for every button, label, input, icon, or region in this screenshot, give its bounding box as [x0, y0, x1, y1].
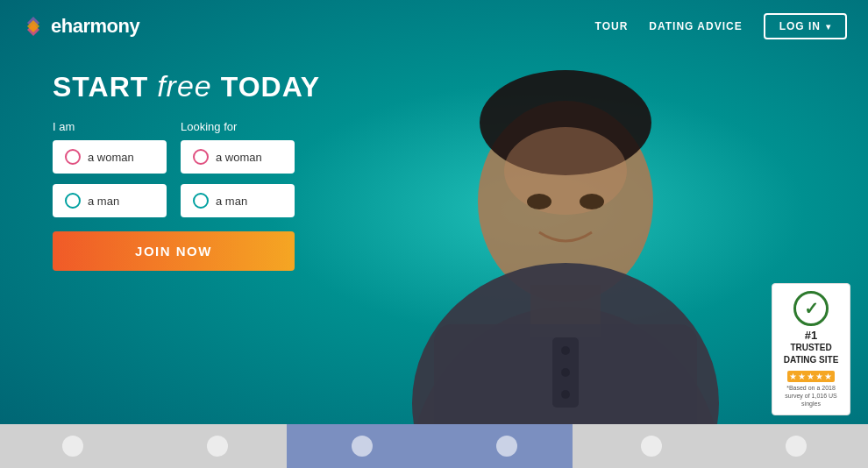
form-labels: I am Looking for [53, 120, 351, 133]
looking-for-label: Looking for [181, 120, 295, 133]
i-am-woman-radio[interactable] [65, 149, 81, 165]
headline-free: free [157, 69, 212, 103]
nav-right: TOUR DATING ADVICE LOG IN ▾ [595, 13, 847, 39]
chevron-down-icon: ▾ [826, 22, 831, 32]
looking-for-woman-radio[interactable] [193, 149, 209, 165]
headline: START free TODAY [53, 70, 351, 103]
page-wrapper: eharmony TOUR DATING ADVICE LOG IN ▾ STA… [0, 0, 868, 468]
badge-title-line1: TRUSTED [778, 343, 844, 353]
svg-point-12 [561, 390, 570, 399]
i-am-label: I am [53, 120, 167, 133]
looking-for-man-option[interactable]: a man [181, 184, 295, 217]
logo-icon [21, 14, 46, 39]
woman-row: a woman a woman [53, 140, 351, 174]
i-am-man-option[interactable]: a man [53, 184, 167, 217]
bottom-dot-2 [207, 436, 228, 457]
badge-stars: ★★★★★ [787, 371, 835, 382]
looking-for-man-radio[interactable] [193, 193, 209, 209]
logo-text: eharmony [51, 15, 139, 38]
tour-link[interactable]: TOUR [595, 20, 629, 32]
bottom-dot-6 [786, 436, 807, 457]
svg-point-7 [527, 194, 551, 209]
badge-checkmark-icon: ✓ [793, 291, 829, 326]
badge-title-line2: DATING SITE [778, 355, 844, 365]
dating-advice-link[interactable]: DATING ADVICE [649, 20, 742, 32]
signup-form: I am Looking for a woman a woman a man [53, 120, 351, 271]
bottom-dot-5 [641, 436, 662, 457]
badge-number: #1 [778, 330, 844, 341]
bottom-bar [0, 424, 868, 468]
login-button[interactable]: LOG IN ▾ [764, 13, 847, 39]
looking-for-woman-option[interactable]: a woman [181, 140, 295, 174]
i-am-woman-option[interactable]: a woman [53, 140, 167, 174]
bottom-dot-1 [62, 436, 83, 457]
header: eharmony TOUR DATING ADVICE LOG IN ▾ [0, 0, 868, 53]
man-row: a man a man [53, 184, 351, 217]
logo[interactable]: eharmony [21, 14, 139, 39]
main-content: START free TODAY I am Looking for a woma… [53, 70, 351, 271]
i-am-man-radio[interactable] [65, 193, 81, 209]
bottom-dot-3 [352, 436, 373, 457]
join-now-button[interactable]: JOIN NOW [53, 231, 295, 271]
svg-point-6 [504, 127, 627, 215]
badge-sub-text: *Based on a 2018 survey of 1,016 US sing… [778, 384, 844, 408]
bottom-dot-4 [496, 436, 517, 457]
trusted-badge: ✓ #1 TRUSTED DATING SITE ★★★★★ *Based on… [772, 283, 850, 415]
svg-point-10 [561, 346, 570, 355]
svg-point-8 [580, 194, 604, 209]
svg-point-11 [561, 368, 570, 377]
